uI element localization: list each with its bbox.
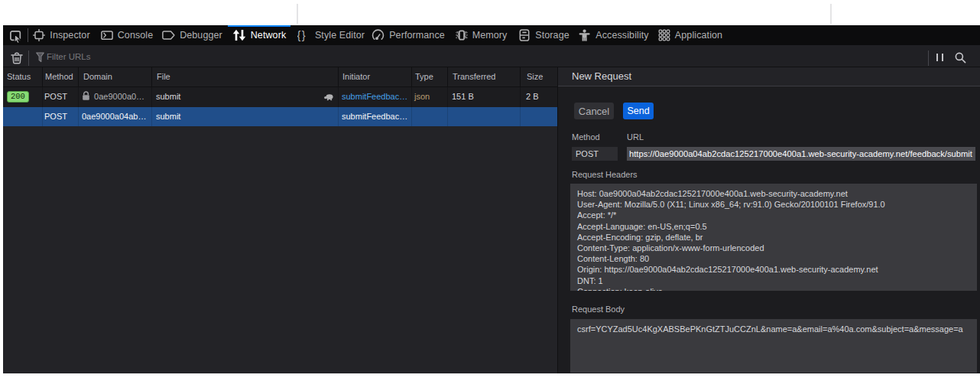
svg-text:{ }: { } [297,29,306,41]
